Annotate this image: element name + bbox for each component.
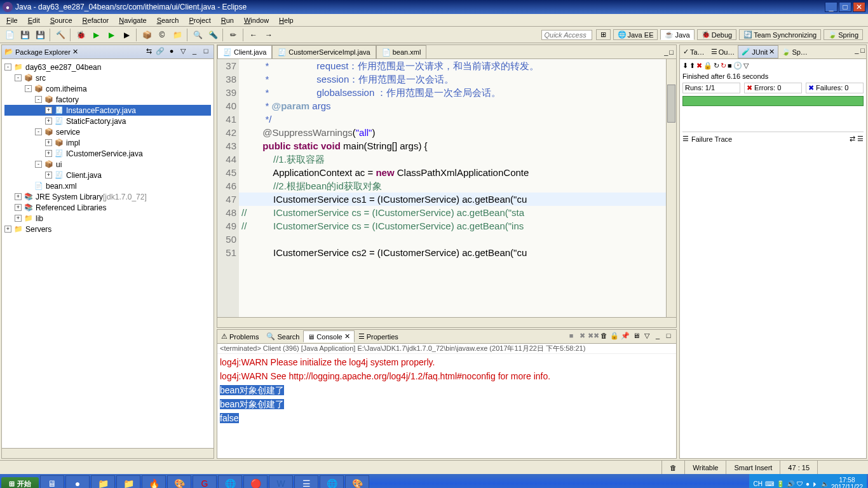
toggle-mark-button[interactable]: ✏ [226, 28, 240, 42]
taskbar-explorer2[interactable]: 📁 [116, 475, 140, 488]
display-icon[interactable]: 🖥 [631, 332, 641, 342]
collapse-all-icon[interactable]: ⇆ [144, 47, 154, 57]
clear-console-icon[interactable]: 🗑 [599, 332, 609, 342]
menu-edit[interactable]: Edit [24, 15, 44, 25]
taskbar-paint[interactable]: 🎨 [345, 475, 369, 488]
perspective-javaee[interactable]: 🌐 Java EE [613, 29, 658, 40]
start-button[interactable]: ⊞ 开始 [1, 477, 39, 489]
taskbar-chrome2[interactable]: 🌐 [320, 475, 344, 488]
tab-search[interactable]: 🔍 Search [262, 331, 303, 342]
ime-indicator[interactable]: CH [753, 480, 762, 487]
tree-node[interactable]: -📦factory [4, 94, 211, 105]
editor-tab-bean[interactable]: 📄 bean.xml [376, 45, 427, 58]
right-minimize-icon[interactable]: _ □ [853, 45, 866, 58]
tree-node[interactable]: +🧾InstanceFactory.java [4, 105, 211, 116]
view-menu-icon[interactable]: ▽ [178, 47, 188, 57]
tree-node[interactable]: +📦impl [4, 137, 211, 148]
junit-stop-icon[interactable]: ■ [728, 62, 732, 70]
perspective-debug[interactable]: 🐞 Debug [697, 29, 736, 40]
tree-node[interactable]: -📁day63_ee287_04bean [4, 62, 211, 72]
coverage-button[interactable]: ▶ [119, 28, 133, 42]
editor-tab-customerservice[interactable]: 🧾 CustomerServiceImpl.java [272, 45, 376, 58]
new-class-button[interactable]: © [155, 28, 169, 42]
open-type-button[interactable]: 🔍 [191, 28, 205, 42]
link-editor-icon[interactable]: 🔗 [155, 47, 165, 57]
nav-forward-button[interactable]: → [262, 28, 276, 42]
tab-junit[interactable]: 🧪 JUnit ✕ [738, 45, 778, 58]
code-editor[interactable]: * request：作用范围是一次请求，和当前请求的转发。 * session：… [239, 59, 666, 317]
taskbar-desktop[interactable]: 🖥 [40, 475, 64, 488]
open-perspective-button[interactable]: ⊞ [596, 29, 611, 40]
scroll-lock-icon[interactable]: 🔒 [609, 332, 620, 342]
run-last-button[interactable]: ▶ [104, 28, 118, 42]
tree-node[interactable]: -📦src [4, 72, 211, 83]
junit-next-icon[interactable]: ⬇ [682, 62, 688, 70]
debug-button[interactable]: 🐞 [74, 28, 88, 42]
tray-icon3[interactable]: 🔊 [787, 480, 794, 487]
perspective-team[interactable]: 🔄 Team Synchronizing [739, 29, 821, 40]
taskbar-app2[interactable]: 🎨 [167, 475, 191, 488]
tray-icon1[interactable]: ⌨ [765, 480, 774, 487]
tab-properties[interactable]: ☰ Properties [355, 331, 402, 342]
tree-node[interactable]: +📚JRE System Library [jdk1.7.0_72] [4, 191, 211, 202]
tree-node[interactable]: -📦service [4, 126, 211, 137]
taskbar-app4[interactable]: 🔴 [243, 475, 268, 488]
junit-rerun-icon[interactable]: ↻ [714, 62, 719, 70]
menu-file[interactable]: File [3, 15, 22, 25]
tab-outline[interactable]: ☰ Ou… [708, 45, 738, 58]
taskbar-app5[interactable]: ☰ [294, 475, 318, 488]
taskbar-eclipse[interactable]: ● [65, 475, 90, 488]
tree-node[interactable]: +🧾StaticFactory.java [4, 116, 211, 126]
tree-node[interactable]: -📦com.itheima [4, 83, 211, 94]
maximize-view-icon[interactable]: □ [201, 47, 211, 57]
tree-node[interactable]: +📁lib [4, 213, 211, 224]
menu-source[interactable]: Source [46, 15, 76, 25]
console-minimize-icon[interactable]: _ [653, 332, 663, 342]
editor-maximize-icon[interactable]: □ [669, 48, 674, 56]
pin-console-icon[interactable]: 📌 [620, 332, 630, 342]
taskbar-chrome[interactable]: 🌐 [218, 475, 242, 488]
minimize-button[interactable]: _ [825, 2, 837, 12]
taskbar-explorer[interactable]: 📁 [91, 475, 115, 488]
editor-scrollbar-h[interactable] [217, 317, 676, 327]
console-output[interactable]: log4j:WARN Please initialize the log4j s… [217, 354, 676, 458]
tree-node[interactable]: 📄bean.xml [4, 180, 211, 191]
compare-icon[interactable]: ⇄ ☰ [850, 135, 864, 143]
run-button[interactable]: ▶ [89, 28, 103, 42]
junit-prev-icon[interactable]: ⬆ [689, 62, 695, 70]
tray-icon7[interactable]: 🔈 [821, 480, 829, 487]
save-button[interactable]: 💾 [18, 28, 32, 42]
open-console-icon[interactable]: ▽ [642, 332, 652, 342]
menu-window[interactable]: Window [240, 15, 273, 25]
tray-icon6[interactable]: ⏵ [812, 480, 818, 487]
editor-tab-client[interactable]: 🧾 Client.java [217, 45, 272, 58]
status-heap-icon[interactable]: 🗑 [661, 461, 684, 474]
tab-console[interactable]: 🖥 Console ✕ [303, 330, 354, 342]
taskbar-app1[interactable]: 🔥 [142, 475, 166, 488]
taskbar-word[interactable]: W [269, 475, 293, 488]
tray-icon4[interactable]: 🛡 [797, 480, 803, 487]
quick-access-input[interactable] [541, 30, 592, 40]
tab-tasks[interactable]: ✓ Ta… [680, 45, 708, 58]
focus-icon[interactable]: ● [166, 47, 177, 57]
nav-back-button[interactable]: ← [247, 28, 261, 42]
remove-all-icon[interactable]: ✖✖ [588, 332, 598, 342]
menu-refactor[interactable]: Refactor [79, 15, 113, 25]
tab-problems[interactable]: ⚠ Problems [217, 331, 262, 342]
tree-node[interactable]: +🧾ICustomerService.java [4, 148, 211, 159]
taskbar-app3[interactable]: G [193, 475, 217, 488]
tree-node[interactable]: +📁Servers [4, 224, 211, 234]
new-button[interactable]: 📄 [3, 28, 17, 42]
new-package-button[interactable]: 📦 [140, 28, 154, 42]
save-all-button[interactable]: 💾 [33, 28, 47, 42]
console-maximize-icon[interactable]: □ [663, 332, 674, 342]
tray-icon2[interactable]: 🔋 [776, 480, 784, 487]
build-button[interactable]: 🔨 [53, 28, 67, 42]
junit-lock-icon[interactable]: 🔒 [703, 62, 712, 70]
tree-node[interactable]: +🧾Client.java [4, 170, 211, 180]
menu-search[interactable]: Search [153, 15, 183, 25]
junit-history-icon[interactable]: 🕑 [733, 62, 742, 70]
tree-node[interactable]: -📦ui [4, 159, 211, 170]
terminate-icon[interactable]: ■ [566, 332, 576, 342]
maximize-button[interactable]: □ [839, 2, 851, 12]
